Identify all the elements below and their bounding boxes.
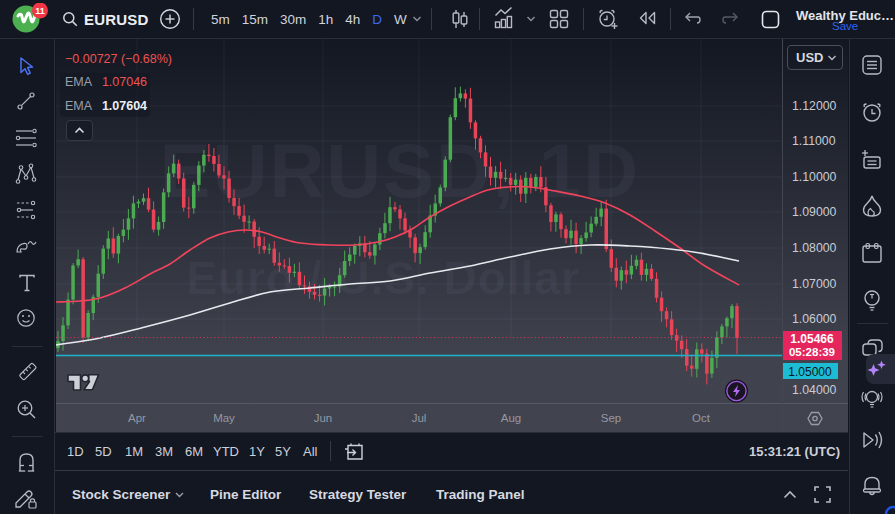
svg-text:05:28:39: 05:28:39 [789, 346, 835, 358]
svg-text:1.05000: 1.05000 [788, 365, 832, 379]
svg-text:Apr: Apr [128, 412, 146, 424]
svg-text:1.04000: 1.04000 [792, 383, 837, 397]
svg-text:1.05466: 1.05466 [790, 332, 834, 346]
svg-text:1.07000: 1.07000 [792, 277, 837, 291]
svg-text:1.08000: 1.08000 [792, 241, 837, 255]
svg-text:Aug: Aug [501, 412, 521, 424]
svg-text:Oct: Oct [692, 412, 711, 424]
svg-text:May: May [213, 412, 235, 424]
svg-text:1.12000: 1.12000 [792, 99, 837, 113]
svg-text:1.11000: 1.11000 [792, 134, 836, 148]
svg-text:1.09000: 1.09000 [792, 205, 837, 219]
svg-text:11: 11 [35, 6, 45, 16]
svg-text:Jun: Jun [314, 412, 333, 424]
svg-text:Sep: Sep [601, 412, 621, 424]
svg-text:Jul: Jul [412, 412, 427, 424]
svg-text:1.06000: 1.06000 [792, 312, 837, 326]
svg-text:1.10000: 1.10000 [792, 170, 837, 184]
